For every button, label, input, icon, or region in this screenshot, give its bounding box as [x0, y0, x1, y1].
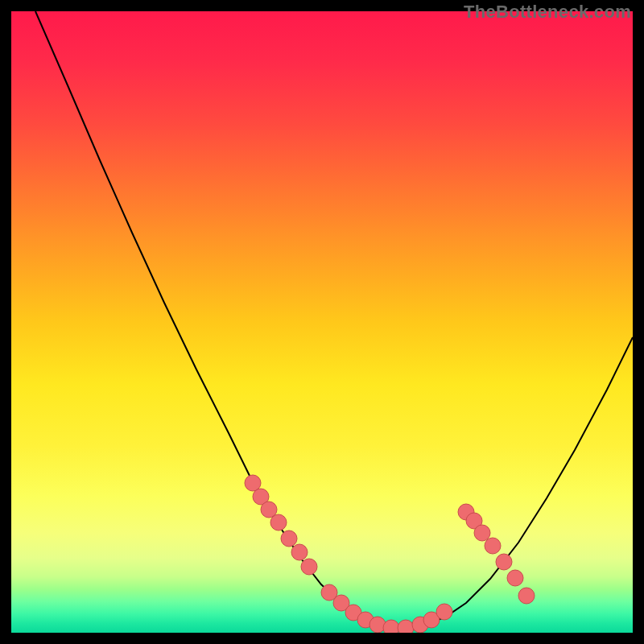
chart-frame: TheBottleneck.com	[0, 0, 644, 644]
watermark-text: TheBottleneck.com	[464, 2, 631, 23]
plot-area	[11, 11, 633, 633]
